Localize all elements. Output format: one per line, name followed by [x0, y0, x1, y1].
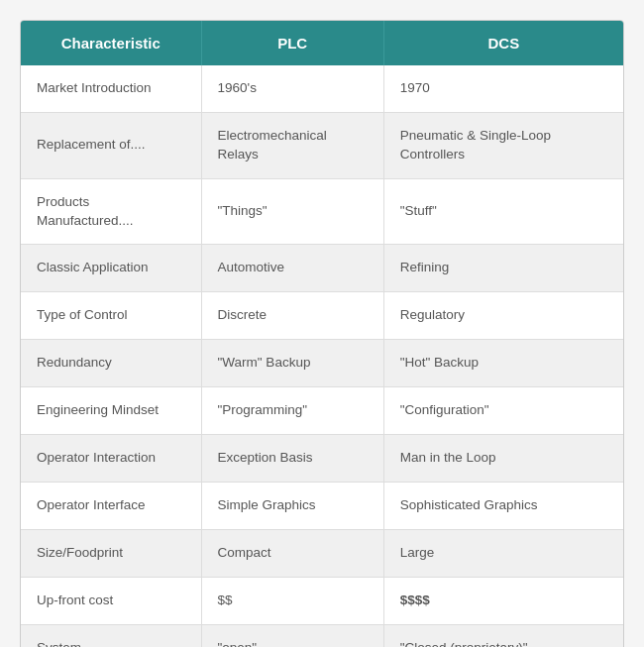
cell-characteristic: Engineering Mindset — [21, 387, 201, 435]
cell-characteristic: Products Manufactured.... — [21, 178, 201, 245]
cell-dcs: Regulatory — [383, 292, 623, 340]
table-row: Type of ControlDiscreteRegulatory — [21, 292, 623, 340]
cell-dcs: Large — [383, 529, 623, 577]
cell-plc: Compact — [201, 529, 383, 577]
cell-characteristic: Operator Interaction — [21, 435, 201, 483]
cell-dcs: "Closed (proprietary)" — [383, 624, 623, 647]
header-dcs: DCS — [383, 21, 623, 65]
cell-plc: Automotive — [201, 245, 383, 292]
cell-dcs: Sophisticated Graphics — [383, 482, 623, 529]
table-row: Size/FoodprintCompactLarge — [21, 529, 623, 577]
cell-characteristic: Type of Control — [21, 292, 201, 340]
cell-plc: Exception Basis — [201, 435, 383, 483]
header-plc: PLC — [201, 21, 383, 65]
table-header-row: Characteristic PLC DCS — [21, 21, 623, 65]
table-row: Products Manufactured...."Things""Stuff" — [21, 178, 623, 245]
table-row: Classic ApplicationAutomotiveRefining — [21, 245, 623, 292]
cell-characteristic: Up-front cost — [21, 577, 201, 624]
cell-dcs: "Configuration" — [383, 387, 623, 435]
table-row: Operator InterfaceSimple GraphicsSophist… — [21, 482, 623, 529]
cell-characteristic: Classic Application — [21, 245, 201, 292]
cell-plc: Discrete — [201, 292, 383, 340]
comparison-table: Characteristic PLC DCS Market Introducti… — [20, 20, 624, 647]
table-row: Engineering Mindset"Programming""Configu… — [21, 387, 623, 435]
cell-dcs: 1970 — [383, 65, 623, 112]
table-row: System"open""Closed (proprietary)" — [21, 624, 623, 647]
cell-plc: Electromechanical Relays — [201, 112, 383, 178]
cell-dcs: Pneumatic & Single-Loop Controllers — [383, 112, 623, 178]
cell-characteristic: Replacement of.... — [21, 112, 201, 178]
cell-characteristic: Market Introduction — [21, 65, 201, 112]
cell-characteristic: System — [21, 624, 201, 647]
cell-plc: "open" — [201, 624, 383, 647]
table-row: Up-front cost$$$$$$ — [21, 577, 623, 624]
cell-characteristic: Operator Interface — [21, 482, 201, 529]
header-characteristic: Characteristic — [21, 21, 201, 65]
cell-characteristic: Size/Foodprint — [21, 529, 201, 577]
cell-plc: $$ — [201, 577, 383, 624]
cell-dcs: "Hot" Backup — [383, 340, 623, 387]
cell-dcs: Man in the Loop — [383, 435, 623, 483]
cell-plc: "Programming" — [201, 387, 383, 435]
table-row: Operator InteractionException BasisMan i… — [21, 435, 623, 483]
cell-plc: Simple Graphics — [201, 482, 383, 529]
cell-plc: "Things" — [201, 178, 383, 245]
cell-dcs: "Stuff" — [383, 178, 623, 245]
cell-dcs: Refining — [383, 245, 623, 292]
cell-plc: "Warm" Backup — [201, 340, 383, 387]
cell-dcs: $$$$ — [383, 577, 623, 624]
cell-plc: 1960's — [201, 65, 383, 112]
cell-characteristic: Redundancy — [21, 340, 201, 387]
table-row: Replacement of....Electromechanical Rela… — [21, 112, 623, 178]
table-row: Market Introduction1960's1970 — [21, 65, 623, 112]
table-row: Redundancy"Warm" Backup"Hot" Backup — [21, 340, 623, 387]
